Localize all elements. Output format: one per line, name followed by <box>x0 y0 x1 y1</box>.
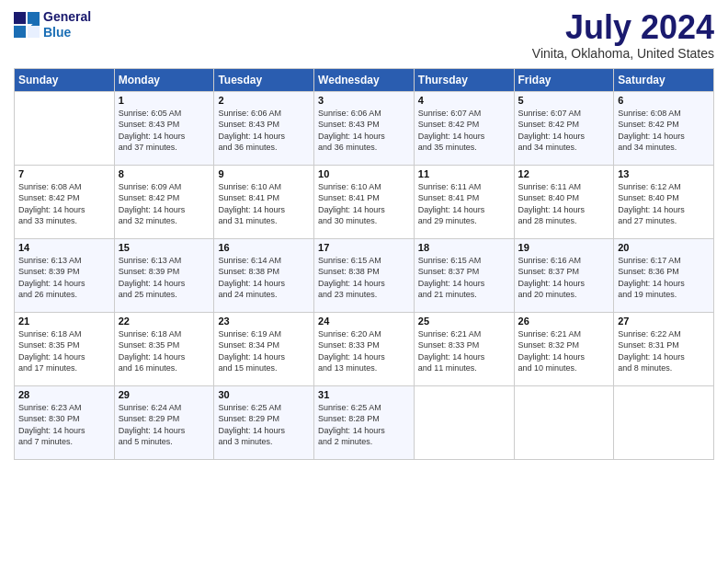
day-info: Sunrise: 6:06 AM Sunset: 8:43 PM Dayligh… <box>318 108 410 154</box>
day-cell <box>414 385 514 459</box>
day-cell: 3Sunrise: 6:06 AM Sunset: 8:43 PM Daylig… <box>314 91 415 165</box>
day-cell: 17Sunrise: 6:15 AM Sunset: 8:38 PM Dayli… <box>314 238 415 312</box>
calendar-container: General Blue July 2024 Vinita, Oklahoma,… <box>0 0 728 563</box>
logo-icon <box>14 12 40 38</box>
day-info: Sunrise: 6:07 AM Sunset: 8:42 PM Dayligh… <box>518 108 610 154</box>
column-header-wednesday: Wednesday <box>314 68 415 91</box>
day-cell: 15Sunrise: 6:13 AM Sunset: 8:39 PM Dayli… <box>114 238 214 312</box>
day-number: 16 <box>218 242 310 253</box>
column-header-monday: Monday <box>114 68 214 91</box>
day-info: Sunrise: 6:10 AM Sunset: 8:41 PM Dayligh… <box>218 181 310 227</box>
day-info: Sunrise: 6:23 AM Sunset: 8:30 PM Dayligh… <box>18 402 110 448</box>
day-info: Sunrise: 6:08 AM Sunset: 8:42 PM Dayligh… <box>18 181 110 227</box>
day-cell <box>514 385 614 459</box>
week-row-5: 28Sunrise: 6:23 AM Sunset: 8:30 PM Dayli… <box>15 385 714 459</box>
week-row-4: 21Sunrise: 6:18 AM Sunset: 8:35 PM Dayli… <box>15 312 714 385</box>
day-cell: 25Sunrise: 6:21 AM Sunset: 8:33 PM Dayli… <box>414 312 514 385</box>
day-cell: 16Sunrise: 6:14 AM Sunset: 8:38 PM Dayli… <box>214 238 314 312</box>
day-number: 10 <box>318 168 410 179</box>
day-info: Sunrise: 6:12 AM Sunset: 8:40 PM Dayligh… <box>618 181 710 227</box>
column-header-thursday: Thursday <box>414 68 514 91</box>
day-number: 5 <box>518 95 610 106</box>
day-number: 24 <box>318 316 410 327</box>
day-number: 2 <box>218 95 310 106</box>
day-number: 1 <box>119 95 210 106</box>
day-cell: 18Sunrise: 6:15 AM Sunset: 8:37 PM Dayli… <box>414 238 514 312</box>
day-info: Sunrise: 6:15 AM Sunset: 8:37 PM Dayligh… <box>418 255 510 301</box>
column-header-saturday: Saturday <box>614 68 714 91</box>
day-number: 4 <box>418 95 510 106</box>
week-row-3: 14Sunrise: 6:13 AM Sunset: 8:39 PM Dayli… <box>15 238 714 312</box>
day-cell: 4Sunrise: 6:07 AM Sunset: 8:42 PM Daylig… <box>414 91 514 165</box>
day-info: Sunrise: 6:18 AM Sunset: 8:35 PM Dayligh… <box>119 328 210 374</box>
day-number: 30 <box>218 389 310 400</box>
day-cell: 13Sunrise: 6:12 AM Sunset: 8:40 PM Dayli… <box>614 165 714 238</box>
column-header-friday: Friday <box>514 68 614 91</box>
logo: General Blue <box>14 9 91 40</box>
day-cell: 6Sunrise: 6:08 AM Sunset: 8:42 PM Daylig… <box>614 91 714 165</box>
day-cell: 9Sunrise: 6:10 AM Sunset: 8:41 PM Daylig… <box>214 165 314 238</box>
day-cell: 27Sunrise: 6:22 AM Sunset: 8:31 PM Dayli… <box>614 312 714 385</box>
day-number: 28 <box>18 389 110 400</box>
day-info: Sunrise: 6:25 AM Sunset: 8:28 PM Dayligh… <box>318 402 410 448</box>
location: Vinita, Oklahoma, United States <box>532 46 714 61</box>
header: General Blue July 2024 Vinita, Oklahoma,… <box>14 9 714 61</box>
day-number: 29 <box>119 389 210 400</box>
day-number: 12 <box>518 168 610 179</box>
day-cell: 30Sunrise: 6:25 AM Sunset: 8:29 PM Dayli… <box>214 385 314 459</box>
day-cell: 5Sunrise: 6:07 AM Sunset: 8:42 PM Daylig… <box>514 91 614 165</box>
day-info: Sunrise: 6:16 AM Sunset: 8:37 PM Dayligh… <box>518 255 610 301</box>
svg-rect-2 <box>14 26 26 38</box>
day-number: 15 <box>119 242 210 253</box>
day-number: 25 <box>418 316 510 327</box>
day-info: Sunrise: 6:21 AM Sunset: 8:32 PM Dayligh… <box>518 328 610 374</box>
day-number: 21 <box>18 316 110 327</box>
day-number: 14 <box>18 242 110 253</box>
day-info: Sunrise: 6:11 AM Sunset: 8:40 PM Dayligh… <box>518 181 610 227</box>
day-number: 19 <box>518 242 610 253</box>
day-number: 31 <box>318 389 410 400</box>
column-header-tuesday: Tuesday <box>214 68 314 91</box>
day-cell: 23Sunrise: 6:19 AM Sunset: 8:34 PM Dayli… <box>214 312 314 385</box>
day-cell: 2Sunrise: 6:06 AM Sunset: 8:43 PM Daylig… <box>214 91 314 165</box>
day-info: Sunrise: 6:10 AM Sunset: 8:41 PM Dayligh… <box>318 181 410 227</box>
day-cell: 10Sunrise: 6:10 AM Sunset: 8:41 PM Dayli… <box>314 165 415 238</box>
day-cell: 12Sunrise: 6:11 AM Sunset: 8:40 PM Dayli… <box>514 165 614 238</box>
day-number: 7 <box>18 168 110 179</box>
day-number: 17 <box>318 242 410 253</box>
day-info: Sunrise: 6:18 AM Sunset: 8:35 PM Dayligh… <box>18 328 110 374</box>
day-info: Sunrise: 6:24 AM Sunset: 8:29 PM Dayligh… <box>119 402 210 448</box>
day-cell: 11Sunrise: 6:11 AM Sunset: 8:41 PM Dayli… <box>414 165 514 238</box>
column-header-sunday: Sunday <box>15 68 115 91</box>
day-cell: 29Sunrise: 6:24 AM Sunset: 8:29 PM Dayli… <box>114 385 214 459</box>
day-cell: 28Sunrise: 6:23 AM Sunset: 8:30 PM Dayli… <box>15 385 115 459</box>
day-info: Sunrise: 6:21 AM Sunset: 8:33 PM Dayligh… <box>418 328 510 374</box>
month-title: July 2024 <box>532 9 714 46</box>
day-cell: 31Sunrise: 6:25 AM Sunset: 8:28 PM Dayli… <box>314 385 415 459</box>
svg-rect-3 <box>28 26 40 38</box>
day-info: Sunrise: 6:08 AM Sunset: 8:42 PM Dayligh… <box>618 108 710 154</box>
day-number: 9 <box>218 168 310 179</box>
day-cell: 1Sunrise: 6:05 AM Sunset: 8:43 PM Daylig… <box>114 91 214 165</box>
day-number: 22 <box>119 316 210 327</box>
day-cell: 22Sunrise: 6:18 AM Sunset: 8:35 PM Dayli… <box>114 312 214 385</box>
day-number: 18 <box>418 242 510 253</box>
logo-text: General Blue <box>43 9 91 40</box>
day-info: Sunrise: 6:20 AM Sunset: 8:33 PM Dayligh… <box>318 328 410 374</box>
week-row-2: 7Sunrise: 6:08 AM Sunset: 8:42 PM Daylig… <box>15 165 714 238</box>
day-cell: 14Sunrise: 6:13 AM Sunset: 8:39 PM Dayli… <box>15 238 115 312</box>
day-cell <box>614 385 714 459</box>
day-cell: 19Sunrise: 6:16 AM Sunset: 8:37 PM Dayli… <box>514 238 614 312</box>
day-info: Sunrise: 6:11 AM Sunset: 8:41 PM Dayligh… <box>418 181 510 227</box>
day-info: Sunrise: 6:22 AM Sunset: 8:31 PM Dayligh… <box>618 328 710 374</box>
day-info: Sunrise: 6:13 AM Sunset: 8:39 PM Dayligh… <box>18 255 110 301</box>
day-info: Sunrise: 6:15 AM Sunset: 8:38 PM Dayligh… <box>318 255 410 301</box>
day-cell: 24Sunrise: 6:20 AM Sunset: 8:33 PM Dayli… <box>314 312 415 385</box>
day-cell <box>15 91 115 165</box>
day-number: 23 <box>218 316 310 327</box>
day-number: 27 <box>618 316 710 327</box>
day-info: Sunrise: 6:17 AM Sunset: 8:36 PM Dayligh… <box>618 255 710 301</box>
day-info: Sunrise: 6:25 AM Sunset: 8:29 PM Dayligh… <box>218 402 310 448</box>
day-cell: 20Sunrise: 6:17 AM Sunset: 8:36 PM Dayli… <box>614 238 714 312</box>
day-info: Sunrise: 6:19 AM Sunset: 8:34 PM Dayligh… <box>218 328 310 374</box>
